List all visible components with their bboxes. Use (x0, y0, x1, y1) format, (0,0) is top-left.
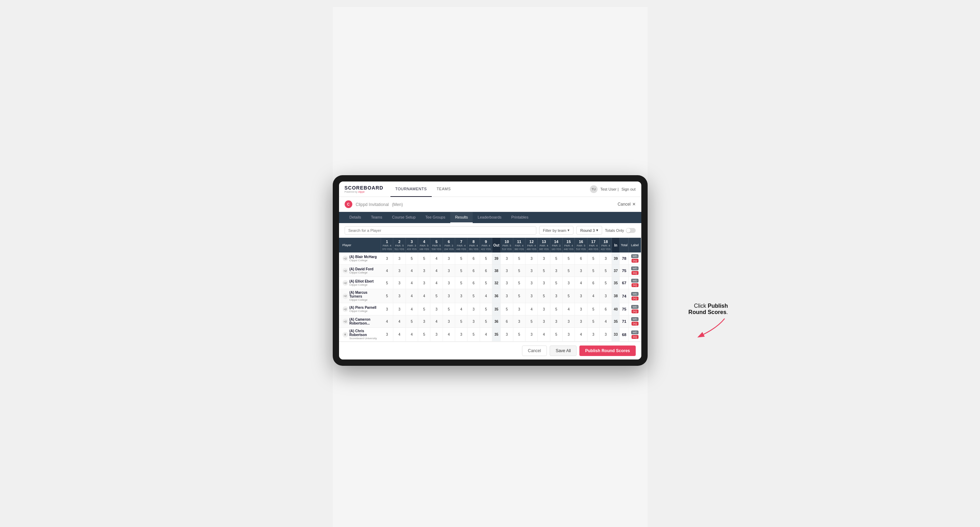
score-hole-2[interactable]: 4 (393, 328, 406, 342)
score-hole-13[interactable]: 5 (538, 265, 550, 277)
score-hole-2[interactable]: 3 (393, 252, 406, 265)
dq-badge[interactable]: DQ (632, 297, 638, 300)
score-hole-4[interactable]: 5 (418, 252, 430, 265)
score-hole-1[interactable]: 3 (381, 328, 393, 342)
score-hole-6[interactable]: 5 (442, 303, 455, 316)
score-hole-5[interactable]: 4 (430, 265, 442, 277)
score-hole-17[interactable]: 3 (587, 328, 599, 342)
nav-tournaments[interactable]: TOURNAMENTS (390, 181, 432, 197)
score-hole-8[interactable]: 5 (468, 289, 480, 303)
filter-team-dropdown[interactable]: Filter by team ▾ (539, 226, 574, 235)
score-hole-18[interactable]: 3 (600, 289, 612, 303)
score-hole-15[interactable]: 5 (563, 289, 575, 303)
score-hole-7[interactable]: 5 (455, 316, 468, 328)
score-hole-5[interactable]: 3 (430, 303, 442, 316)
dq-badge[interactable]: DQ (632, 322, 638, 325)
score-hole-6[interactable]: 3 (442, 316, 455, 328)
score-hole-14[interactable]: 3 (550, 316, 562, 328)
score-hole-14[interactable]: 3 (550, 289, 562, 303)
score-hole-13[interactable]: 3 (538, 277, 550, 289)
score-hole-17[interactable]: 5 (587, 316, 599, 328)
tab-teams[interactable]: Teams (366, 212, 387, 223)
score-hole-14[interactable]: 5 (550, 252, 562, 265)
score-hole-9[interactable]: 5 (480, 277, 492, 289)
search-input[interactable] (345, 226, 536, 235)
dq-badge[interactable]: DQ (632, 259, 638, 263)
score-hole-15[interactable]: 3 (563, 277, 575, 289)
score-hole-3[interactable]: 5 (406, 316, 418, 328)
score-hole-1[interactable]: 4 (381, 265, 393, 277)
score-hole-7[interactable]: 5 (455, 277, 468, 289)
score-hole-16[interactable]: 3 (575, 316, 587, 328)
score-hole-16[interactable]: 3 (575, 265, 587, 277)
score-hole-10[interactable]: 3 (501, 277, 513, 289)
score-hole-3[interactable]: 5 (406, 252, 418, 265)
score-hole-6[interactable]: 3 (442, 265, 455, 277)
score-hole-11[interactable]: 5 (513, 328, 525, 342)
score-hole-7[interactable]: 5 (455, 252, 468, 265)
tab-leaderboards[interactable]: Leaderboards (473, 212, 506, 223)
score-hole-11[interactable]: 3 (513, 316, 525, 328)
score-hole-2[interactable]: 4 (393, 316, 406, 328)
score-hole-9[interactable]: 5 (480, 316, 492, 328)
score-hole-10[interactable]: 6 (501, 316, 513, 328)
score-hole-13[interactable]: 5 (538, 289, 550, 303)
score-hole-18[interactable]: 5 (600, 265, 612, 277)
score-hole-14[interactable]: 5 (550, 328, 562, 342)
score-hole-18[interactable]: 3 (600, 252, 612, 265)
score-hole-9[interactable]: 6 (480, 265, 492, 277)
score-hole-2[interactable]: 3 (393, 277, 406, 289)
score-hole-13[interactable]: 3 (538, 316, 550, 328)
score-hole-4[interactable]: 3 (418, 316, 430, 328)
score-hole-8[interactable]: 3 (468, 303, 480, 316)
score-hole-16[interactable]: 6 (575, 252, 587, 265)
score-hole-8[interactable]: 5 (468, 328, 480, 342)
round-dropdown[interactable]: Round 3 ▾ (576, 226, 602, 235)
score-hole-12[interactable]: 3 (525, 265, 538, 277)
dq-badge[interactable]: DQ (632, 283, 638, 287)
publish-round-scores-button[interactable]: Publish Round Scores (579, 346, 635, 356)
score-hole-12[interactable]: 3 (525, 289, 538, 303)
score-hole-8[interactable]: 6 (468, 265, 480, 277)
score-hole-12[interactable]: 3 (525, 277, 538, 289)
score-hole-6[interactable]: 3 (442, 252, 455, 265)
score-hole-4[interactable]: 3 (418, 277, 430, 289)
score-hole-7[interactable]: 4 (455, 303, 468, 316)
score-hole-8[interactable]: 3 (468, 316, 480, 328)
score-hole-7[interactable]: 3 (455, 289, 468, 303)
score-hole-8[interactable]: 6 (468, 252, 480, 265)
score-hole-11[interactable]: 5 (513, 265, 525, 277)
score-hole-10[interactable]: 3 (501, 289, 513, 303)
toggle-switch[interactable] (626, 228, 636, 233)
score-hole-17[interactable]: 4 (587, 289, 599, 303)
wd-badge[interactable]: WD (631, 267, 638, 270)
score-hole-14[interactable]: 5 (550, 277, 562, 289)
score-hole-11[interactable]: 5 (513, 252, 525, 265)
score-hole-2[interactable]: 3 (393, 265, 406, 277)
score-hole-12[interactable]: 3 (525, 252, 538, 265)
score-hole-14[interactable]: 5 (550, 303, 562, 316)
score-hole-10[interactable]: 3 (501, 252, 513, 265)
dq-badge[interactable]: DQ (632, 335, 638, 339)
score-hole-18[interactable]: 3 (600, 328, 612, 342)
cancel-button[interactable]: Cancel (522, 346, 547, 356)
tab-tee-groups[interactable]: Tee Groups (420, 212, 450, 223)
score-hole-5[interactable]: 4 (430, 277, 442, 289)
nav-teams[interactable]: TEAMS (432, 181, 455, 197)
score-hole-5[interactable]: 4 (430, 252, 442, 265)
score-hole-1[interactable]: 3 (381, 252, 393, 265)
score-hole-5[interactable]: 3 (430, 328, 442, 342)
score-hole-16[interactable]: 4 (575, 277, 587, 289)
score-hole-14[interactable]: 3 (550, 265, 562, 277)
score-hole-17[interactable]: 5 (587, 252, 599, 265)
score-hole-3[interactable]: 4 (406, 328, 418, 342)
score-hole-11[interactable]: 5 (513, 289, 525, 303)
score-hole-2[interactable]: 3 (393, 289, 406, 303)
score-hole-1[interactable]: 4 (381, 316, 393, 328)
wd-badge[interactable]: WD (631, 292, 638, 296)
score-hole-9[interactable]: 5 (480, 303, 492, 316)
dq-badge[interactable]: DQ (632, 310, 638, 313)
wd-badge[interactable]: WD (631, 305, 638, 309)
wd-badge[interactable]: WD (631, 279, 638, 283)
score-hole-16[interactable]: 3 (575, 289, 587, 303)
